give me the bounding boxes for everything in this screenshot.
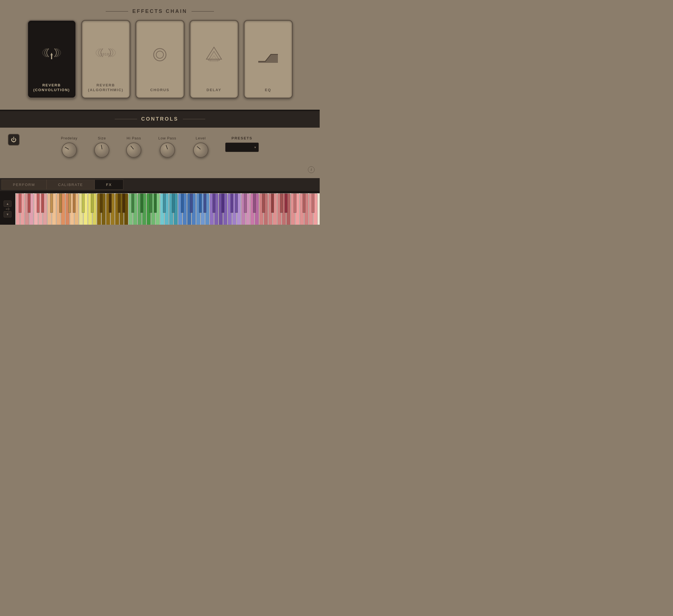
power-icon: ⏻ — [11, 137, 17, 143]
tab-calibrate[interactable]: CALIBRATE — [46, 180, 94, 190]
piano-black-key[interactable] — [222, 194, 224, 213]
tab-perform[interactable]: PERFORM — [1, 180, 46, 190]
svg-text:10101: 10101 — [100, 52, 111, 56]
piano-black-key[interactable] — [231, 194, 233, 213]
piano-black-key[interactable] — [163, 194, 166, 213]
presets-dropdown[interactable]: Default Room Hall Chamber Plate — [225, 143, 259, 152]
svg-marker-3 — [206, 47, 222, 59]
piano-black-key[interactable] — [141, 194, 143, 213]
piano-black-key[interactable] — [19, 194, 21, 213]
piano-black-key[interactable] — [199, 194, 202, 213]
power-button[interactable]: ⏻ — [8, 134, 20, 146]
piano-black-key[interactable] — [59, 194, 62, 213]
info-icon: i — [311, 168, 311, 172]
pitch-down-button[interactable]: ▼ — [4, 211, 11, 217]
piano-black-key[interactable] — [253, 194, 256, 213]
piano-black-key[interactable] — [50, 194, 53, 213]
lowpass-knob[interactable] — [159, 141, 176, 159]
eq-icon — [255, 47, 281, 67]
knob-group-lowpass: Low Pass — [158, 136, 176, 158]
predelay-knob[interactable] — [59, 140, 80, 161]
piano-black-key[interactable] — [132, 194, 134, 213]
reverb-convolution-icon — [39, 46, 64, 68]
piano-black-key[interactable] — [190, 194, 193, 213]
knobs-row: Predelay Size Hi Pass Low Pass Level PRE… — [8, 133, 311, 158]
piano-black-key[interactable] — [68, 194, 71, 213]
knob-group-hipass: Hi Pass — [126, 136, 141, 158]
piano-black-key[interactable] — [91, 194, 93, 213]
level-label: Level — [196, 136, 206, 140]
fx-cards-row: REVERB (CONVOLUTION) 10101 — [6, 20, 314, 104]
piano-black-key[interactable] — [235, 194, 238, 213]
size-label: Size — [98, 136, 106, 140]
piano-black-key[interactable] — [41, 194, 44, 213]
delay-icon — [201, 46, 227, 68]
piano-black-key[interactable] — [244, 194, 247, 213]
piano-black-key[interactable] — [109, 194, 111, 213]
piano-black-key[interactable] — [150, 194, 152, 213]
presets-label: PRESETS — [232, 136, 253, 140]
svg-point-1 — [154, 48, 166, 61]
piano-black-key[interactable] — [294, 194, 296, 213]
hipass-label: Hi Pass — [127, 136, 141, 140]
fx-card-reverb-convolution[interactable]: REVERB (CONVOLUTION) — [27, 20, 76, 98]
hipass-knob[interactable] — [125, 141, 143, 159]
piano-black-key[interactable] — [204, 194, 206, 213]
fx-card-label-reverb-convolution: REVERB (CONVOLUTION) — [33, 83, 70, 92]
pitch-value: +0 — [6, 207, 10, 211]
piano-black-key[interactable] — [285, 194, 287, 213]
presets-wrapper: Default Room Hall Chamber Plate — [225, 143, 259, 152]
info-button[interactable]: i — [308, 166, 314, 173]
piano-black-key[interactable] — [100, 194, 102, 213]
knob-group-size: Size — [94, 136, 109, 158]
piano-black-key[interactable] — [213, 194, 215, 213]
piano-black-key[interactable] — [82, 194, 84, 213]
piano-section: ▲ +0 ▼ .wk { stroke: #555; stroke-width:… — [0, 191, 320, 225]
fx-card-label-delay: DELAY — [207, 88, 222, 92]
piano-black-key[interactable] — [28, 194, 30, 213]
knobs-section: ⏻ Predelay Size Hi Pass Low Pass Level P… — [0, 128, 320, 178]
piano-black-key[interactable] — [312, 194, 314, 213]
svg-point-2 — [156, 51, 164, 58]
fx-card-label-eq: EQ — [265, 88, 271, 92]
piano-black-key[interactable] — [181, 194, 184, 213]
reverb-algorithmic-icon: 10101 — [93, 46, 118, 68]
piano-black-key[interactable] — [118, 194, 121, 213]
piano-black-key[interactable] — [73, 194, 75, 213]
chorus-icon — [147, 46, 173, 68]
piano-black-key[interactable] — [123, 194, 125, 213]
pitch-up-button[interactable]: ▲ — [4, 201, 11, 207]
fx-card-eq[interactable]: EQ — [244, 20, 293, 98]
piano-black-key[interactable] — [271, 194, 274, 213]
keyboard-container: .wk { stroke: #555; stroke-width: 0.5; r… — [15, 193, 320, 225]
piano-black-key[interactable] — [172, 194, 175, 213]
knob-group-level: Level — [193, 136, 208, 158]
piano-black-key[interactable] — [280, 194, 283, 213]
tab-fx[interactable]: FX — [94, 180, 124, 190]
fx-card-reverb-algorithmic[interactable]: 10101 REVERB (ALGORITHMIC) — [81, 20, 131, 98]
fx-card-label-reverb-algorithmic: REVERB (ALGORITHMIC) — [88, 83, 124, 92]
size-knob[interactable] — [92, 140, 111, 160]
presets-group: PRESETS Default Room Hall Chamber Plate — [225, 136, 259, 152]
predelay-label: Predelay — [61, 136, 77, 140]
tab-bar: PERFORM CALIBRATE FX — [0, 178, 320, 191]
fx-card-delay[interactable]: DELAY — [190, 20, 239, 98]
piano-black-key[interactable] — [303, 194, 305, 213]
piano-keyboard-svg: .wk { stroke: #555; stroke-width: 0.5; r… — [15, 193, 320, 225]
fx-card-chorus[interactable]: CHORUS — [136, 20, 185, 98]
level-knob[interactable] — [191, 140, 210, 160]
knob-group-predelay: Predelay — [61, 136, 77, 158]
effects-chain-section: EFFECTS CHAIN REVERB — [0, 0, 320, 110]
piano-black-key[interactable] — [262, 194, 265, 213]
lowpass-label: Low Pass — [158, 136, 176, 140]
piano-black-key[interactable] — [37, 194, 39, 213]
piano-black-key[interactable] — [154, 194, 157, 213]
controls-title: CONTROLS — [6, 116, 314, 122]
controls-section: CONTROLS — [0, 111, 320, 128]
fx-card-label-chorus: CHORUS — [150, 88, 169, 92]
effects-chain-title: EFFECTS CHAIN — [6, 8, 314, 14]
pitch-controls: ▲ +0 ▼ — [0, 193, 15, 225]
